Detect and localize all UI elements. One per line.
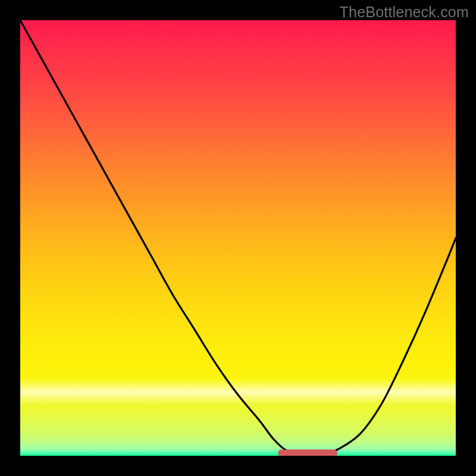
watermark-text: TheBottleneck.com [340,4,469,21]
curve-layer [20,20,456,456]
bottleneck-curve-path [20,20,456,454]
plot-area [20,20,456,456]
chart-frame: TheBottleneck.com [0,0,476,476]
